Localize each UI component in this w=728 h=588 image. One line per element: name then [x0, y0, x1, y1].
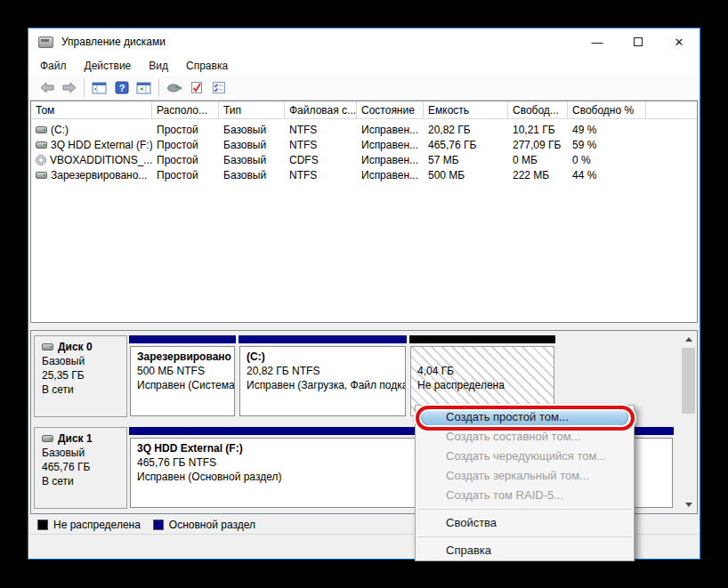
table-row[interactable]: Зарезервировано... Простой Базовый NTFS …	[31, 167, 697, 182]
column-header-type[interactable]: Тип	[219, 101, 285, 118]
menu-item-help[interactable]: Справка	[416, 541, 634, 560]
legend-unallocated-swatch	[37, 520, 48, 530]
disk-type: Базовый	[42, 447, 126, 459]
back-arrow-icon	[40, 82, 54, 93]
column-header-status[interactable]: Состояние	[357, 101, 424, 118]
hdd-icon	[36, 172, 47, 179]
partition-status: Исправен (Загрузка, Файл подка	[247, 378, 405, 392]
minimize-button[interactable]: —	[577, 28, 618, 55]
column-header-capacity[interactable]: Емкость	[424, 101, 508, 118]
partition-reserved[interactable]: Зарезервировано 500 МБ NTFS Исправен (Си…	[129, 335, 236, 417]
partition-color-bar	[129, 335, 236, 343]
volume-type: Базовый	[219, 139, 285, 151]
column-header-layout[interactable]: Располо...	[152, 101, 219, 118]
volume-type: Базовый	[219, 154, 285, 166]
maximize-icon	[634, 37, 643, 46]
hdd-icon	[42, 435, 53, 442]
forward-arrow-icon	[62, 82, 77, 93]
table-row[interactable]: VBOXADDITIONS_... Простой Базовый CDFS И…	[31, 152, 697, 167]
menu-item-create-spanned-volume: Создать составной том...	[416, 427, 634, 447]
menu-action[interactable]: Действие	[76, 55, 141, 76]
properties-checklist-button[interactable]	[207, 78, 230, 98]
volume-layout: Простой	[152, 169, 219, 181]
svg-text:?: ?	[118, 83, 125, 93]
menu-help[interactable]: Справка	[177, 55, 237, 76]
help-button[interactable]: ?	[110, 78, 133, 98]
menu-item-create-mirrored-volume: Создать зеркальный том...	[416, 466, 634, 486]
volume-filesystem: CDFS	[285, 154, 357, 166]
disk-status: В сети	[42, 475, 126, 487]
scroll-down-button[interactable]	[681, 497, 696, 512]
table-row[interactable]: (C:) Простой Базовый NTFS Исправен... 20…	[31, 122, 697, 137]
check-document-icon	[190, 81, 203, 94]
scrollbar-thumb[interactable]	[682, 348, 695, 414]
maximize-button[interactable]	[618, 28, 659, 55]
volume-layout: Простой	[152, 139, 219, 151]
menu-item-create-striped-volume: Создать чередующийся том...	[416, 447, 634, 466]
back-button[interactable]	[36, 78, 58, 98]
column-header-free[interactable]: Свобод...	[508, 101, 568, 118]
partition-name	[417, 350, 554, 364]
check-document-button[interactable]	[185, 78, 207, 98]
menu-file[interactable]: Файл	[31, 55, 76, 76]
disk-type: Базовый	[42, 355, 126, 367]
close-button[interactable]: ✕	[659, 28, 700, 55]
volume-free-percent: 0 %	[568, 154, 646, 166]
title-bar[interactable]: Управление дисками — ✕	[28, 28, 700, 55]
volume-free-percent: 59 %	[568, 139, 646, 151]
volume-type: Базовый	[219, 124, 285, 136]
partition-name: Зарезервировано	[137, 350, 234, 364]
partition-color-bar	[409, 335, 555, 343]
disk-1-header[interactable]: Диск 1 Базовый 465,76 ГБ В сети	[34, 427, 127, 509]
volume-free: 277,09 ГБ	[508, 139, 568, 151]
scroll-down-icon	[685, 503, 692, 507]
scroll-up-icon	[685, 337, 692, 342]
legend-unallocated-label: Не распределена	[53, 519, 141, 531]
menu-item-create-simple-volume[interactable]: Создать простой том...	[421, 408, 628, 426]
menu-item-properties[interactable]: Свойства	[416, 513, 634, 533]
disk-size: 465,76 ГБ	[42, 461, 126, 473]
partition-info: 20,82 ГБ NTFS	[247, 364, 405, 378]
disk-0-header[interactable]: Диск 0 Базовый 25,35 ГБ В сети	[34, 335, 127, 417]
column-header-free-percent[interactable]: Свободно %	[568, 101, 646, 118]
toolbar-separator	[158, 79, 159, 97]
volume-capacity: 500 МБ	[424, 169, 508, 181]
menu-bar: Файл Действие Вид Справка	[28, 55, 700, 76]
volume-status: Исправен...	[357, 169, 424, 181]
partition-info: 500 МБ NTFS	[137, 364, 234, 378]
volume-capacity: 57 МБ	[424, 154, 508, 166]
cdrom-icon	[36, 155, 46, 165]
vertical-scrollbar[interactable]	[681, 332, 696, 512]
volume-name: (C:)	[51, 124, 69, 136]
disk-label: Диск 0	[58, 341, 93, 353]
volume-list-pane: Том Располо... Тип Файловая с... Состоян…	[30, 101, 698, 323]
volume-status: Исправен...	[357, 154, 424, 166]
desktop-background: Управление дисками — ✕ Файл Действие Вид…	[0, 0, 728, 588]
disk-size: 25,35 ГБ	[42, 369, 126, 382]
disk-label: Диск 1	[58, 432, 93, 445]
scroll-up-button[interactable]	[681, 332, 696, 347]
table-row[interactable]: 3Q HDD External (F:) Простой Базовый NTF…	[31, 137, 697, 152]
show-action-pane-button[interactable]	[133, 78, 155, 98]
rescan-disks-button[interactable]	[163, 78, 185, 98]
legend-primary-label: Основной раздел	[169, 519, 255, 531]
column-header-volume[interactable]: Том	[31, 101, 152, 118]
menu-separator	[417, 536, 632, 537]
volume-free: 222 МБ	[508, 169, 568, 181]
volume-table-header: Том Располо... Тип Файловая с... Состоян…	[31, 101, 697, 119]
partition-c[interactable]: (C:) 20,82 ГБ NTFS Исправен (Загрузка, Ф…	[239, 335, 407, 417]
column-header-filesystem[interactable]: Файловая с...	[285, 101, 357, 118]
close-icon: ✕	[675, 36, 684, 49]
show-console-tree-button[interactable]	[88, 78, 110, 98]
partition-name: (C:)	[247, 350, 405, 364]
volume-filesystem: NTFS	[285, 169, 357, 181]
menu-separator	[417, 509, 632, 510]
volume-capacity: 20,82 ГБ	[424, 124, 508, 136]
hdd-icon	[36, 126, 47, 133]
volume-filesystem: NTFS	[285, 139, 357, 151]
forward-button[interactable]	[58, 78, 80, 98]
menu-view[interactable]: Вид	[140, 55, 177, 76]
volume-type: Базовый	[219, 169, 285, 181]
window-title: Управление дисками	[61, 36, 166, 48]
app-disk-icon	[38, 36, 53, 48]
